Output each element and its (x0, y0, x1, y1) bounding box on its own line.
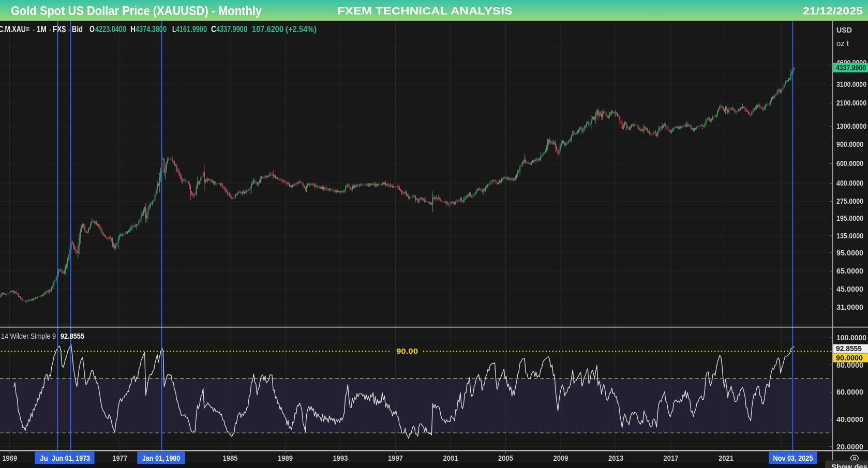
svg-text:C.M.XAU=: C.M.XAU= (0, 24, 29, 34)
svg-text:45.0000: 45.0000 (836, 285, 863, 293)
svg-text:92.8555: 92.8555 (836, 344, 862, 353)
svg-text:1977: 1977 (112, 454, 127, 462)
svg-text:Nov 03, 2025: Nov 03, 2025 (773, 454, 813, 462)
svg-text:FX$: FX$ (53, 24, 66, 34)
svg-text:O: O (89, 24, 95, 34)
svg-text:135.0000: 135.0000 (836, 232, 863, 240)
svg-text:4337.9900: 4337.9900 (216, 24, 247, 34)
svg-text:Gold Spot US Dollar Price (XAU: Gold Spot US Dollar Price (XAUUSD) - Mon… (11, 4, 262, 18)
svg-text:2001: 2001 (443, 454, 458, 462)
svg-text:90.00: 90.00 (396, 346, 418, 355)
svg-text:4374.3800: 4374.3800 (136, 24, 167, 34)
svg-text:14 Wilder Simple 9: 14 Wilder Simple 9 (1, 332, 56, 340)
svg-text:107.6200 (+2.54%): 107.6200 (+2.54%) (252, 24, 317, 34)
svg-text:Jan 01, 1980: Jan 01, 1980 (142, 454, 180, 462)
svg-text:-: - (49, 26, 51, 34)
svg-text:FXEM TECHNICAL ANALYSIS: FXEM TECHNICAL ANALYSIS (337, 5, 513, 17)
svg-text:-: - (68, 26, 70, 34)
svg-text:Ju: Ju (40, 454, 48, 462)
svg-text:92.8555: 92.8555 (61, 332, 84, 340)
svg-text:1993: 1993 (333, 454, 348, 462)
svg-text:USD: USD (836, 26, 852, 34)
svg-text:900.0000: 900.0000 (836, 140, 863, 148)
svg-text:1300.0000: 1300.0000 (836, 122, 866, 130)
svg-text:60.0000: 60.0000 (836, 388, 863, 396)
svg-text:600.0000: 600.0000 (836, 159, 863, 168)
svg-text:1989: 1989 (278, 454, 293, 462)
svg-text:H: H (130, 24, 136, 34)
svg-text:1969: 1969 (2, 454, 17, 462)
svg-text:1985: 1985 (222, 454, 237, 462)
svg-text:20.0000: 20.0000 (836, 443, 863, 451)
svg-text:90.0000: 90.0000 (836, 353, 863, 362)
svg-text:Bid: Bid (72, 24, 83, 34)
svg-text:65.0000: 65.0000 (836, 267, 863, 275)
svg-text:3100.0000: 3100.0000 (836, 80, 866, 88)
svg-text:1997: 1997 (388, 454, 403, 462)
svg-text:2021: 2021 (719, 454, 734, 462)
svg-text:oz t: oz t (836, 39, 849, 48)
svg-text:2005: 2005 (498, 454, 513, 462)
svg-text:C: C (211, 24, 216, 34)
svg-text:95.0000: 95.0000 (836, 249, 863, 257)
svg-text:31.0000: 31.0000 (836, 303, 863, 311)
svg-text:L: L (172, 24, 176, 34)
svg-text:4161.9900: 4161.9900 (176, 24, 207, 34)
svg-text:4337.9900: 4337.9900 (836, 63, 866, 72)
svg-text:21/12/2025: 21/12/2025 (803, 5, 863, 17)
svg-text:Jun 01, 1973: Jun 01, 1973 (52, 454, 90, 462)
svg-text:40.0000: 40.0000 (836, 415, 863, 424)
svg-text:1M: 1M (37, 24, 47, 34)
svg-text:400.0000: 400.0000 (836, 179, 863, 187)
svg-text:2009: 2009 (553, 454, 568, 462)
svg-text:-: - (33, 26, 35, 34)
svg-text:275.0000: 275.0000 (836, 197, 863, 205)
svg-text:2013: 2013 (608, 454, 623, 462)
svg-text:195.0000: 195.0000 (836, 214, 863, 222)
svg-text:100.0000: 100.0000 (836, 334, 866, 342)
svg-text:Show deskto: Show deskto (831, 462, 868, 468)
svg-text:2017: 2017 (664, 454, 679, 462)
svg-text:2100.0000: 2100.0000 (836, 99, 866, 107)
svg-text:4223.0400: 4223.0400 (95, 24, 126, 34)
